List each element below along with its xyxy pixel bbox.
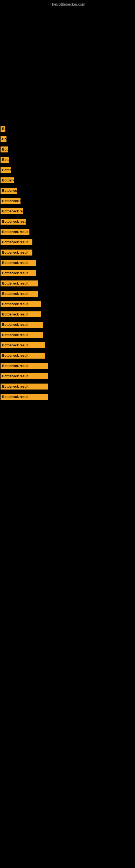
list-item: Bottleneck result (0, 279, 135, 288)
list-item: Bottleneck result (0, 269, 135, 278)
bottleneck-label: Bottleneck result (1, 136, 6, 142)
bottleneck-label: Bottleneck result (1, 177, 14, 183)
list-item: Bottleneck result (0, 310, 135, 319)
bottleneck-label: Bottleneck result (1, 208, 23, 214)
chart-area (0, 8, 135, 122)
list-item: Bottleneck result (0, 351, 135, 360)
bottleneck-label: Bottleneck result (1, 126, 5, 132)
bottleneck-label: Bottleneck result (1, 260, 36, 266)
bottleneck-label: Bottleneck result (1, 198, 20, 204)
list-item: Bottleneck result (0, 186, 135, 195)
bottleneck-label: Bottleneck result (1, 239, 32, 245)
list-item: Bottleneck result (0, 176, 135, 185)
list-item: Bottleneck result (0, 124, 135, 133)
list-item: Bottleneck result (0, 361, 135, 371)
list-item: Bottleneck result (0, 300, 135, 309)
bottleneck-label: Bottleneck result (1, 229, 30, 235)
list-item: Bottleneck result (0, 145, 135, 154)
list-item: Bottleneck result (0, 341, 135, 350)
bottleneck-label: Bottleneck result (1, 219, 26, 225)
bottleneck-label: Bottleneck result (1, 167, 11, 173)
bottleneck-items-container: Bottleneck resultBottleneck resultBottle… (0, 122, 135, 405)
bottleneck-label: Bottleneck result (1, 291, 38, 297)
list-item: Bottleneck result (0, 207, 135, 216)
bottleneck-label: Bottleneck result (1, 394, 48, 400)
site-title: TheBottlenecker.com (0, 0, 135, 8)
bottleneck-label: Bottleneck result (1, 250, 32, 255)
bottleneck-label: Bottleneck result (1, 352, 45, 359)
list-item: Bottleneck result (0, 258, 135, 268)
bottleneck-label: Bottleneck result (1, 332, 43, 338)
list-item: Bottleneck result (0, 155, 135, 164)
bottleneck-label: Bottleneck result (1, 363, 48, 369)
bottleneck-label: Bottleneck result (1, 280, 38, 286)
bottleneck-label: Bottleneck result (1, 373, 48, 379)
bottleneck-label: Bottleneck result (1, 157, 9, 163)
list-item: Bottleneck result (0, 165, 135, 175)
list-item: Bottleneck result (0, 227, 135, 237)
list-item: Bottleneck result (0, 372, 135, 381)
bottleneck-label: Bottleneck result (1, 270, 36, 276)
list-item: Bottleneck result (0, 392, 135, 401)
bottleneck-label: Bottleneck result (1, 383, 48, 390)
bottleneck-label: Bottleneck result (1, 301, 41, 307)
list-item: Bottleneck result (0, 196, 135, 206)
list-item: Bottleneck result (0, 289, 135, 299)
list-item: Bottleneck result (0, 217, 135, 226)
list-item: Bottleneck result (0, 382, 135, 391)
bottleneck-label: Bottleneck result (1, 322, 43, 328)
list-item: Bottleneck result (0, 320, 135, 329)
bottleneck-label: Bottleneck result (1, 147, 8, 152)
bottleneck-label: Bottleneck result (1, 311, 41, 317)
bottleneck-label: Bottleneck result (1, 342, 45, 348)
list-item: Bottleneck result (0, 330, 135, 340)
list-item: Bottleneck result (0, 248, 135, 257)
bottleneck-label: Bottleneck result (1, 188, 17, 194)
list-item: Bottleneck result (0, 238, 135, 247)
list-item: Bottleneck result (0, 134, 135, 144)
